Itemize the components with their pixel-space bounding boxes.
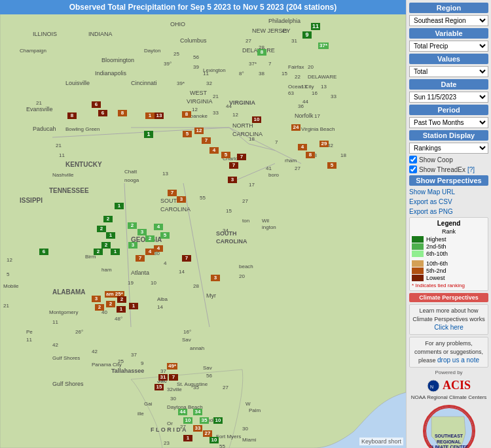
svg-text:55: 55: [200, 195, 206, 201]
station-marker: 2: [94, 249, 103, 255]
station-marker: 35: [200, 417, 209, 424]
svg-text:18: 18: [249, 136, 255, 142]
station-marker: 34: [193, 409, 202, 415]
station-marker: 7: [182, 255, 191, 262]
svg-text:27: 27: [245, 38, 251, 44]
svg-text:Paducah: Paducah: [33, 126, 56, 132]
climate-learn-text: Learn more about how Climate Perspective…: [412, 307, 485, 322]
svg-text:11: 11: [26, 337, 32, 343]
svg-text:Or: Or: [167, 421, 173, 426]
svg-text:beach: beach: [239, 264, 253, 269]
export-csv-link[interactable]: Export as CSV: [409, 198, 452, 205]
svg-text:45: 45: [282, 28, 287, 34]
svg-text:Bowling Green: Bowling Green: [65, 126, 100, 132]
svg-text:23: 23: [164, 440, 170, 446]
station-display-select[interactable]: Rankings: [409, 143, 488, 154]
threadex-help-link[interactable]: [?]: [467, 166, 475, 173]
legend-highest-label: Highest: [426, 236, 446, 243]
srcc-label: SOUTHEAST REGIONALCLIMATE CENTER: [425, 434, 473, 448]
station-marker: 1: [117, 306, 126, 313]
svg-text:rham: rham: [285, 158, 297, 164]
period-select[interactable]: Past Two Months: [409, 117, 488, 128]
svg-text:7: 7: [268, 61, 272, 67]
svg-text:ALABAMA: ALABAMA: [52, 288, 86, 296]
region-select[interactable]: Southeast Region: [409, 15, 488, 26]
station-marker: 7: [237, 154, 246, 160]
svg-text:Bloomington: Bloomington: [101, 57, 134, 63]
station-marker: 1: [129, 303, 138, 309]
svg-text:37*: 37*: [249, 61, 257, 67]
svg-text:27: 27: [180, 424, 186, 430]
show-coop-checkbox[interactable]: [409, 156, 417, 164]
svg-text:WEST: WEST: [190, 90, 208, 96]
svg-text:KENTUCKY: KENTUCKY: [65, 161, 102, 168]
station-marker: 2: [128, 222, 137, 229]
svg-text:13: 13: [162, 171, 168, 177]
noaa-text: NOAA Regional Climate Centers: [409, 394, 488, 400]
svg-text:48°: 48°: [115, 316, 122, 322]
station-marker: 5: [160, 232, 170, 239]
legend-title: Legend: [412, 220, 486, 227]
svg-text:16°: 16°: [183, 329, 191, 335]
svg-text:Gulf Shores: Gulf Shores: [52, 381, 84, 387]
legend-lowest-color: [412, 275, 424, 281]
svg-text:annah: annah: [190, 345, 204, 351]
station-marker: 6: [92, 101, 101, 108]
svg-text:ham: ham: [101, 267, 112, 273]
svg-text:ille: ille: [137, 411, 144, 417]
svg-text:NORTH: NORTH: [232, 122, 253, 129]
svg-text:17: 17: [249, 182, 255, 188]
svg-text:Alba: Alba: [157, 296, 168, 302]
svg-text:ton: ton: [242, 218, 249, 224]
region-header: Region: [409, 3, 488, 13]
show-coop-label: Show Coop: [419, 156, 453, 164]
svg-text:42: 42: [52, 342, 58, 348]
legend-lowest-label: Lowest: [426, 275, 445, 281]
station-marker: 6: [98, 110, 107, 116]
station-marker: 10: [213, 417, 223, 424]
svg-text:Palm: Palm: [249, 407, 261, 413]
svg-text:Gai: Gai: [144, 401, 153, 407]
svg-text:Nashville: Nashville: [52, 172, 74, 178]
drop-note-link[interactable]: drop us a note: [437, 356, 479, 364]
svg-text:11: 11: [52, 319, 58, 325]
show-map-url-link[interactable]: Show Map URL: [409, 188, 455, 196]
station-marker: 27: [203, 430, 212, 437]
svg-text:15: 15: [282, 71, 287, 77]
export-png-link[interactable]: Export as PNG: [409, 208, 453, 215]
legend-6to10-label: 6th-10th: [426, 250, 448, 257]
svg-text:Miami: Miami: [242, 437, 257, 443]
legend-2to5-color: [412, 243, 424, 250]
svg-text:Virginia Beach: Virginia Beach: [301, 126, 335, 132]
svg-text:17: 17: [314, 113, 320, 119]
climate-click-link[interactable]: Click here: [434, 324, 463, 331]
legend-box: Legend Rank Highest 2nd-5th 6th-10th 10t…: [409, 217, 488, 291]
svg-text:35: 35: [193, 385, 199, 390]
legend-highest-color: [412, 236, 424, 243]
svg-text:30: 30: [242, 426, 248, 432]
station-marker: 8: [257, 49, 266, 56]
svg-text:Panama City: Panama City: [92, 362, 122, 368]
svg-text:VIRGINIA: VIRGINIA: [229, 99, 256, 106]
legend-5to2-color: [412, 267, 424, 274]
station-marker: 3: [211, 275, 220, 281]
svg-text:27: 27: [223, 385, 228, 390]
svg-text:19: 19: [128, 280, 134, 286]
station-marker: 3: [137, 229, 147, 235]
station-marker: 2: [145, 235, 155, 242]
svg-text:20: 20: [308, 64, 314, 70]
station-marker: 10: [209, 437, 219, 443]
date-select[interactable]: Sun 11/5/2023: [409, 92, 488, 103]
svg-text:37: 37: [131, 352, 137, 358]
show-coop-row: Show Coop: [409, 156, 488, 164]
variable-select[interactable]: Total Precip: [409, 41, 488, 52]
show-threadex-checkbox[interactable]: [409, 165, 417, 173]
svg-text:Sav: Sav: [182, 337, 191, 343]
srcc-circle: SOUTHEAST REGIONALCLIMATE CENTER: [423, 405, 475, 448]
svg-text:13: 13: [321, 84, 327, 90]
climate-info-box: Learn more about how Climate Perspective…: [409, 304, 488, 335]
station-marker: 4: [154, 224, 163, 230]
values-select[interactable]: Total: [409, 66, 488, 77]
svg-text:ISSIPPI: ISSIPPI: [20, 197, 43, 204]
legend-10to6-row: 10th-6th: [412, 260, 486, 267]
